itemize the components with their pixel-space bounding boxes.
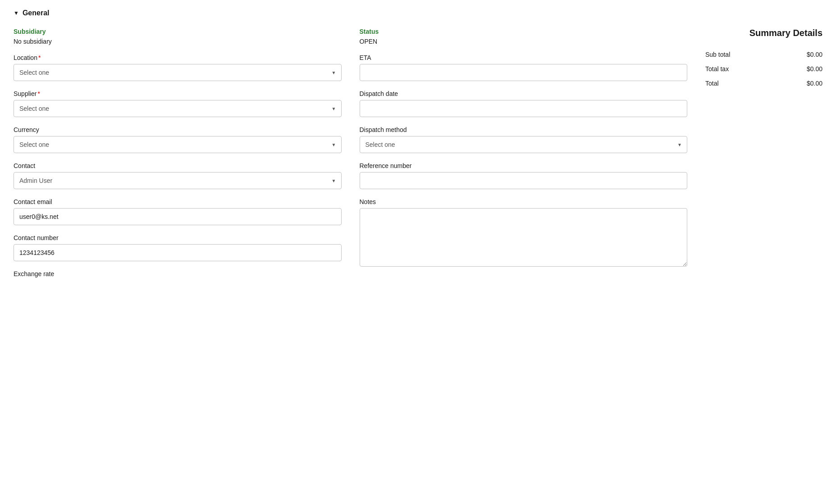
currency-select-wrapper: Select one ▼: [14, 136, 342, 153]
dispatch-date-input[interactable]: [360, 100, 688, 117]
currency-select[interactable]: Select one: [14, 136, 342, 153]
summary-tax-label: Total tax: [705, 65, 729, 73]
contact-number-field: Contact number: [14, 234, 342, 261]
supplier-label: Supplier*: [14, 90, 342, 97]
dispatch-method-select-wrapper: Select one ▼: [360, 136, 688, 153]
eta-field: ETA: [360, 54, 688, 81]
location-field: Location* Select one ▼: [14, 54, 342, 81]
summary-row-subtotal: Sub total $0.00: [705, 47, 822, 62]
status-value: OPEN: [360, 38, 688, 45]
dispatch-method-select[interactable]: Select one: [360, 136, 688, 153]
status-field: Status OPEN: [360, 28, 688, 45]
currency-label: Currency: [14, 126, 342, 133]
summary-subtotal-amount: $0.00: [807, 51, 822, 58]
status-label: Status: [360, 28, 688, 35]
section-collapse-icon[interactable]: ▼: [14, 10, 19, 16]
notes-label: Notes: [360, 198, 688, 205]
supplier-select-wrapper: Select one ▼: [14, 100, 342, 117]
dispatch-date-field: Dispatch date: [360, 90, 688, 117]
reference-number-input[interactable]: [360, 172, 688, 189]
contact-email-label: Contact email: [14, 198, 342, 205]
summary-subtotal-label: Sub total: [705, 51, 730, 58]
summary-row-tax: Total tax $0.00: [705, 62, 822, 76]
exchange-rate-field: Exchange rate: [14, 270, 342, 277]
eta-label: ETA: [360, 54, 688, 61]
summary-row-total: Total $0.00: [705, 76, 822, 91]
form-area: Subsidiary No subsidiary Location* Selec…: [14, 28, 687, 277]
section-header: ▼ General: [14, 9, 822, 17]
summary-title: Summary Details: [705, 28, 822, 38]
eta-input[interactable]: [360, 64, 688, 81]
supplier-required-indicator: *: [37, 90, 40, 97]
summary-tax-amount: $0.00: [807, 65, 822, 73]
dispatch-method-field: Dispatch method Select one ▼: [360, 126, 688, 153]
section-title: General: [23, 9, 50, 17]
dispatch-method-label: Dispatch method: [360, 126, 688, 133]
exchange-rate-label: Exchange rate: [14, 270, 342, 277]
notes-textarea[interactable]: [360, 208, 688, 267]
summary-total-label: Total: [705, 80, 719, 87]
main-layout: Subsidiary No subsidiary Location* Selec…: [14, 28, 822, 277]
supplier-field: Supplier* Select one ▼: [14, 90, 342, 117]
left-column: Subsidiary No subsidiary Location* Selec…: [14, 28, 342, 277]
location-required-indicator: *: [38, 54, 41, 61]
summary-panel: Summary Details Sub total $0.00 Total ta…: [705, 28, 822, 277]
summary-total-amount: $0.00: [807, 80, 822, 87]
contact-number-label: Contact number: [14, 234, 342, 241]
contact-label: Contact: [14, 162, 342, 169]
subsidiary-field: Subsidiary No subsidiary: [14, 28, 342, 45]
notes-field: Notes: [360, 198, 688, 267]
dispatch-date-label: Dispatch date: [360, 90, 688, 97]
location-select[interactable]: Select one: [14, 64, 342, 81]
location-label: Location*: [14, 54, 342, 61]
contact-select[interactable]: Admin User: [14, 172, 342, 189]
contact-number-input[interactable]: [14, 244, 342, 261]
location-select-wrapper: Select one ▼: [14, 64, 342, 81]
currency-field: Currency Select one ▼: [14, 126, 342, 153]
subsidiary-value: No subsidiary: [14, 38, 342, 45]
supplier-select[interactable]: Select one: [14, 100, 342, 117]
right-column: Status OPEN ETA Dispatch date Dispatch m…: [360, 28, 688, 277]
contact-email-field: Contact email: [14, 198, 342, 225]
reference-number-label: Reference number: [360, 162, 688, 169]
contact-field: Contact Admin User ▼: [14, 162, 342, 189]
contact-select-wrapper: Admin User ▼: [14, 172, 342, 189]
subsidiary-label: Subsidiary: [14, 28, 342, 35]
contact-email-input[interactable]: [14, 208, 342, 225]
reference-number-field: Reference number: [360, 162, 688, 189]
